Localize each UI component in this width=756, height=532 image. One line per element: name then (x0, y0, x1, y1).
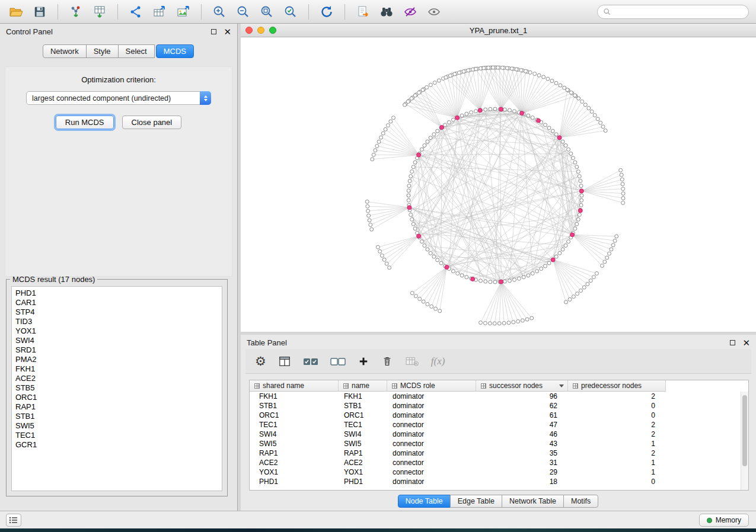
column-header-MCDS-role[interactable]: MCDS role (387, 380, 476, 391)
open-session-button[interactable] (6, 3, 26, 21)
mcds-result-item[interactable]: TID3 (15, 317, 222, 326)
table-cell: dominator (387, 402, 476, 410)
tab-network[interactable]: Network (43, 44, 87, 58)
mcds-result-item[interactable]: STB5 (15, 383, 222, 393)
table-row[interactable]: ORC1ORC1dominator610 (250, 411, 748, 420)
column-header-successor-nodes[interactable]: successor nodes (476, 380, 568, 391)
table-cell: 2 (568, 430, 666, 438)
show-details-button[interactable] (424, 3, 444, 21)
window-minimize-button[interactable] (257, 27, 264, 34)
table-row[interactable]: SWI4SWI4dominator462 (250, 430, 748, 439)
scrollbar-thumb[interactable] (742, 395, 747, 466)
mcds-result-item[interactable]: SWI4 (15, 336, 222, 345)
table-scrollbar[interactable] (741, 392, 748, 490)
search-box[interactable] (597, 5, 749, 19)
toolbar-separator (201, 4, 202, 20)
import-network-button[interactable] (66, 3, 86, 21)
mcds-result-item[interactable]: SRD1 (15, 345, 222, 355)
table-cell: 1 (568, 440, 666, 448)
import-table-button[interactable] (90, 3, 110, 21)
add-column-button[interactable] (358, 352, 369, 370)
function-builder-button[interactable]: f(x) (431, 352, 445, 370)
mcds-result-item[interactable]: YOX1 (15, 326, 222, 336)
table-row[interactable]: RAP1RAP1dominator352 (250, 448, 748, 458)
close-table-panel-icon[interactable]: ✕ (742, 338, 750, 347)
tab-style[interactable]: Style (86, 44, 119, 58)
column-header-name[interactable]: name (339, 380, 387, 391)
memory-button[interactable]: Memory (699, 514, 749, 527)
mcds-result-item[interactable]: STB1 (15, 412, 222, 421)
mcds-result-item[interactable]: PMA2 (15, 355, 222, 364)
cytoscape-window: Control Panel ✕ Network Style Select MCD… (0, 0, 756, 532)
table-cell: ACE2 (250, 459, 339, 467)
list-icon (9, 516, 18, 524)
table-tab-network-table[interactable]: Network Table (502, 495, 564, 508)
table-cell: 2 (568, 449, 666, 457)
run-mcds-button[interactable]: Run MCDS (56, 116, 114, 129)
window-close-button[interactable] (245, 27, 253, 34)
table-row[interactable]: SWI5SWI5connector431 (250, 439, 748, 448)
save-session-button[interactable] (30, 3, 50, 21)
table-settings-button[interactable]: ⚙ (255, 352, 266, 370)
mcds-result-item[interactable]: PHD1 (15, 289, 222, 298)
table-tab-edge-table[interactable]: Edge Table (450, 495, 502, 508)
export-network-button[interactable] (126, 3, 146, 21)
network-graph (241, 37, 756, 332)
deselect-all-columns-button[interactable] (330, 352, 346, 370)
mcds-result-item[interactable]: ACE2 (15, 374, 222, 383)
network-canvas[interactable] (241, 37, 756, 332)
mcds-result-item[interactable]: ORC1 (15, 393, 222, 402)
memory-label: Memory (716, 516, 741, 524)
delete-column-button[interactable] (381, 352, 393, 370)
table-row[interactable]: YOX1YOX1connector291 (250, 467, 748, 477)
table-row[interactable]: TEC1TEC1connector472 (250, 420, 748, 430)
control-panel-tabs: Network Style Select MCDS (0, 44, 237, 58)
zoom-in-button[interactable] (209, 3, 229, 21)
table-cell: PHD1 (339, 477, 387, 486)
close-panel-button[interactable]: Close panel (122, 116, 182, 129)
zoom-fit-button[interactable] (257, 3, 277, 21)
panel-menu-button[interactable] (6, 514, 21, 527)
table-cell: FKH1 (250, 392, 339, 400)
tab-select[interactable]: Select (118, 44, 155, 58)
table-row[interactable]: FKH1FKH1dominator962 (250, 392, 748, 401)
search-input[interactable] (612, 8, 744, 16)
zoom-selected-button[interactable] (280, 3, 301, 21)
mcds-result-item[interactable]: RAP1 (15, 402, 222, 412)
float-panel-icon[interactable] (211, 29, 216, 34)
mcds-result-item[interactable]: SWI5 (15, 421, 222, 431)
mcds-result-item[interactable]: STP4 (15, 307, 222, 317)
optimization-criterion-label: Optimization criterion: (5, 75, 232, 84)
refresh-view-button[interactable] (317, 3, 337, 21)
table-cell: 0 (568, 402, 666, 410)
float-table-panel-icon[interactable] (730, 340, 735, 345)
table-cell: PHD1 (250, 477, 339, 486)
table-tab-node-table[interactable]: Node Table (398, 495, 451, 508)
table-row[interactable]: PHD1PHD1dominator180 (250, 477, 748, 486)
save-icon (33, 5, 46, 18)
zoom-out-button[interactable] (233, 3, 253, 21)
table-row[interactable]: ACE2ACE2connector311 (250, 458, 748, 467)
search-network-button[interactable] (377, 3, 397, 21)
table-cell: 61 (476, 411, 568, 419)
table-tab-motifs[interactable]: Motifs (563, 495, 598, 508)
delete-table-button[interactable] (405, 352, 419, 370)
window-maximize-button[interactable] (269, 27, 276, 34)
column-header-predecessor-nodes[interactable]: predecessor nodes (568, 380, 666, 391)
criterion-select[interactable]: largest connected component (undirected) (26, 91, 211, 105)
show-columns-button[interactable] (278, 352, 291, 370)
export-image-button[interactable] (173, 3, 193, 21)
mcds-result-item[interactable]: GCR1 (15, 440, 222, 450)
mcds-result-item[interactable]: CAR1 (15, 298, 222, 307)
mcds-result-item[interactable]: FKH1 (15, 364, 222, 374)
mcds-result-item[interactable]: TEC1 (15, 431, 222, 440)
select-all-columns-button[interactable] (303, 352, 318, 370)
export-table-button[interactable] (149, 3, 170, 21)
hide-details-button[interactable] (400, 3, 420, 21)
share-document-button[interactable] (353, 3, 373, 21)
close-panel-icon[interactable]: ✕ (224, 27, 231, 36)
table-row[interactable]: STB1STB1dominator620 (250, 401, 748, 411)
tab-mcds[interactable]: MCDS (156, 44, 194, 58)
mcds-result-list[interactable]: PHD1CAR1STP4TID3YOX1SWI4SRD1PMA2FKH1ACE2… (11, 286, 222, 491)
column-header-shared-name[interactable]: shared name (250, 380, 339, 391)
